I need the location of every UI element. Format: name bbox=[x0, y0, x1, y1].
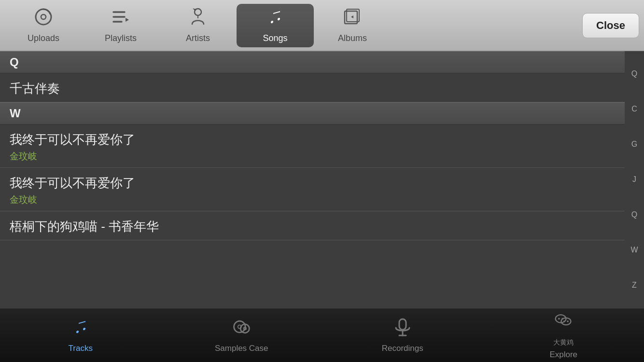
tab-songs[interactable]: Songs bbox=[237, 4, 314, 47]
top-navigation-bar: Uploads Playlists bbox=[0, 0, 644, 51]
list-item[interactable]: 我终于可以不再爱你了 金玟岐 bbox=[0, 125, 625, 168]
song-artist: 金玟岐 bbox=[10, 194, 615, 206]
song-title: 我终于可以不再爱你了 bbox=[10, 175, 615, 192]
index-letter-w[interactable]: W bbox=[630, 246, 638, 254]
index-letter-q[interactable]: Q bbox=[631, 70, 637, 78]
songs-icon bbox=[266, 7, 285, 30]
tab-uploads[interactable]: Uploads bbox=[5, 4, 82, 47]
index-letter-q2[interactable]: Q bbox=[631, 211, 637, 219]
tab-playlists[interactable]: Playlists bbox=[82, 4, 159, 47]
index-bar: Q C G J Q W Z bbox=[625, 51, 644, 308]
tab-albums-label: Albums bbox=[338, 33, 367, 43]
samples-icon bbox=[232, 317, 251, 341]
svg-point-19 bbox=[558, 318, 560, 320]
bottom-tab-samples[interactable]: Samples Case bbox=[161, 308, 322, 362]
svg-point-1 bbox=[41, 14, 46, 19]
song-artist: 金玟岐 bbox=[10, 150, 615, 163]
artists-icon bbox=[188, 7, 208, 30]
albums-icon bbox=[343, 7, 362, 30]
index-letter-z[interactable]: Z bbox=[632, 281, 637, 289]
bottom-tab-bar: Tracks Samples Case Recordings bbox=[0, 308, 644, 362]
list-item[interactable]: 我终于可以不再爱你了 金玟岐 bbox=[0, 168, 625, 211]
svg-point-11 bbox=[234, 321, 246, 333]
tab-songs-label: Songs bbox=[263, 33, 287, 43]
section-header-q: Q bbox=[0, 51, 625, 73]
list-item[interactable]: 千古伴奏 bbox=[0, 73, 625, 102]
list-item[interactable]: 梧桐下的狗鸡喵 - 书香年华 bbox=[0, 211, 625, 240]
song-list-inner: Q 千古伴奏 W 我终于可以不再爱你了 金玟岐 我终于可以不再爱你了 金玟岐 梧… bbox=[0, 51, 644, 240]
bottom-tab-tracks-label: Tracks bbox=[69, 344, 93, 353]
bottom-tab-explore-label: Explore bbox=[549, 350, 577, 360]
explore-icon bbox=[554, 311, 573, 334]
bottom-tab-samples-label: Samples Case bbox=[215, 344, 268, 353]
tracks-icon bbox=[71, 317, 90, 341]
bottom-tab-recordings[interactable]: Recordings bbox=[322, 308, 483, 362]
index-letter-g[interactable]: G bbox=[631, 140, 637, 148]
tab-albums[interactable]: Albums bbox=[314, 4, 391, 47]
song-title: 我终于可以不再爱你了 bbox=[10, 131, 615, 148]
index-letter-j[interactable]: J bbox=[632, 176, 636, 183]
svg-point-23 bbox=[567, 320, 569, 322]
playlists-icon bbox=[111, 7, 130, 30]
song-list: Q 千古伴奏 W 我终于可以不再爱你了 金玟岐 我终于可以不再爱你了 金玟岐 梧… bbox=[0, 51, 644, 308]
tab-uploads-label: Uploads bbox=[28, 33, 59, 43]
section-header-w: W bbox=[0, 102, 625, 125]
bottom-tab-explore[interactable]: 大黄鸡 Explore bbox=[483, 308, 644, 362]
close-button[interactable]: Close bbox=[582, 13, 639, 38]
nav-tabs: Uploads Playlists bbox=[5, 0, 577, 51]
uploads-icon bbox=[34, 7, 53, 30]
explore-label-text: 大黄鸡 bbox=[553, 338, 574, 347]
svg-point-22 bbox=[563, 320, 565, 322]
tab-artists-label: Artists bbox=[186, 33, 210, 43]
song-title: 梧桐下的狗鸡喵 - 书香年华 bbox=[10, 218, 615, 235]
bottom-tab-recordings-label: Recordings bbox=[382, 344, 423, 353]
recordings-icon bbox=[393, 317, 412, 341]
bottom-tab-tracks[interactable]: Tracks bbox=[0, 308, 161, 362]
song-title: 千古伴奏 bbox=[10, 80, 615, 97]
index-letter-c[interactable]: C bbox=[631, 105, 637, 113]
tab-playlists-label: Playlists bbox=[105, 33, 137, 43]
tab-artists[interactable]: Artists bbox=[159, 4, 237, 47]
svg-rect-15 bbox=[399, 319, 406, 330]
